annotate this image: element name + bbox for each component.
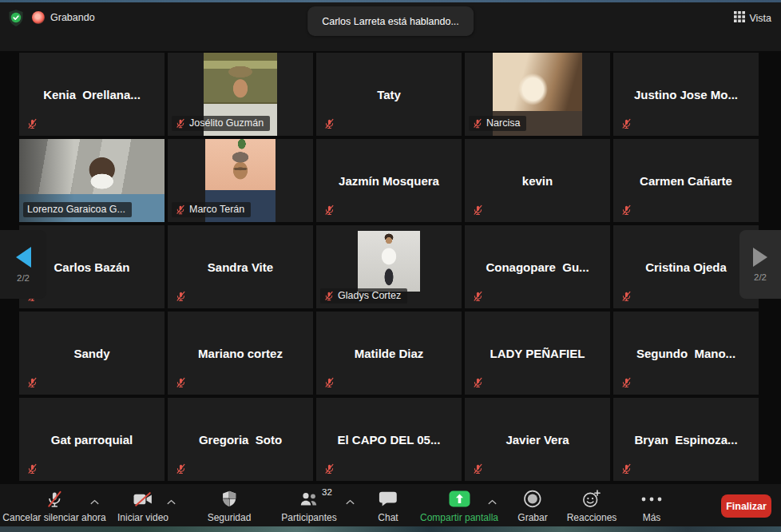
participant-tile[interactable]: Sandra Vite <box>168 225 313 308</box>
participant-tile[interactable]: LADY PEÑAFIEL <box>465 312 610 395</box>
participant-name: Cristina Ojeda <box>613 225 759 308</box>
microphone-muted-icon <box>46 489 62 509</box>
share-options-chevron-icon[interactable] <box>488 499 497 505</box>
participant-tile[interactable]: Javier Vera <box>465 398 610 481</box>
arrow-right-icon <box>753 248 767 267</box>
muted-mic-icon <box>324 118 335 129</box>
participant-tile[interactable]: Taty <box>316 53 462 136</box>
page-indicator: 2/2 <box>754 272 767 282</box>
participants-button[interactable]: 32 Participantes <box>281 489 336 523</box>
muted-mic-icon <box>473 377 483 388</box>
participant-tile[interactable]: kevin <box>465 139 610 222</box>
unmute-button[interactable]: Cancelar silenciar ahora <box>2 489 105 523</box>
participant-name: Jazmín Mosquera <box>316 139 462 222</box>
muted-mic-icon <box>324 204 335 216</box>
participant-name: Marco Terán <box>189 204 244 215</box>
participant-name-label: Gladys Cortez <box>320 288 407 304</box>
muted-mic-icon <box>324 377 335 388</box>
video-options-chevron-icon[interactable] <box>167 499 176 505</box>
participant-name: Justino Jose Mo... <box>613 53 759 136</box>
participant-tile[interactable]: Lorenzo Garaicoa G... <box>19 139 165 222</box>
muted-mic-icon <box>27 463 38 474</box>
recording-indicator: Grabando <box>32 11 95 24</box>
video-feed-gladys <box>358 231 420 292</box>
participants-label: Participantes <box>281 512 336 523</box>
participant-tile[interactable]: Gat parroquial <box>19 398 165 481</box>
muted-mic-icon <box>324 463 335 474</box>
participant-tile[interactable]: Cristina Ojeda <box>613 225 759 308</box>
active-speaker-banner: Carlos Larreta está hablando... <box>307 6 474 36</box>
participant-tile[interactable]: Justino Jose Mo... <box>613 53 759 136</box>
participant-tile[interactable]: Segundo Mano... <box>613 312 759 395</box>
share-screen-label: Compartir pantalla <box>420 512 498 523</box>
participant-name: Kenia Orellana... <box>19 53 165 136</box>
participant-tile[interactable]: Narcisa <box>465 53 610 136</box>
participant-name: Javier Vera <box>465 398 610 481</box>
reactions-label: Reacciones <box>567 512 617 523</box>
participant-name: Sandra Vite <box>168 225 313 308</box>
unmute-label: Cancelar silenciar ahora <box>2 512 105 523</box>
recording-label: Grabando <box>50 12 95 23</box>
participant-tile[interactable]: Sandy <box>19 312 165 395</box>
record-icon <box>523 489 541 509</box>
chat-bubble-icon <box>379 489 397 509</box>
participant-tile[interactable]: Jazmín Mosquera <box>316 139 462 222</box>
recording-dot-icon <box>32 11 45 24</box>
participant-name: Conagopare Gu... <box>465 225 610 308</box>
muted-mic-icon <box>27 377 38 388</box>
participant-name: Gregoria Soto <box>168 398 313 481</box>
start-video-label: Iniciar video <box>117 512 168 523</box>
muted-mic-icon <box>176 291 186 302</box>
participant-name: Taty <box>316 53 462 136</box>
muted-mic-icon <box>473 291 483 302</box>
muted-mic-icon <box>27 118 38 129</box>
participant-tile[interactable]: Marco Terán <box>168 139 313 222</box>
view-button[interactable]: Vista <box>734 11 771 25</box>
more-button[interactable]: Más <box>641 489 662 523</box>
muted-mic-icon <box>176 118 185 129</box>
participant-name: Lorenzo Garaicoa G... <box>27 204 125 215</box>
security-label: Seguridad <box>208 512 252 523</box>
participant-name-label: Lorenzo Garaicoa G... <box>23 202 132 217</box>
record-button[interactable]: Grabar <box>517 489 547 523</box>
next-page-button[interactable]: 2/2 <box>739 230 781 299</box>
share-screen-button[interactable]: Compartir pantalla <box>420 489 498 523</box>
participant-name: El CAPO DEL 05... <box>316 398 462 481</box>
participant-name: Mariano cortez <box>168 312 313 395</box>
participant-name: Gat parroquial <box>19 398 165 481</box>
grid-view-icon <box>734 11 745 25</box>
security-button[interactable]: Seguridad <box>208 489 252 523</box>
participant-tile[interactable]: Gladys Cortez <box>316 225 462 308</box>
participant-tile[interactable]: Carmen Cañarte <box>613 139 759 222</box>
muted-mic-icon <box>621 463 632 474</box>
participant-name: Bryan Espinoza... <box>613 398 759 481</box>
meeting-top-bar: Grabando Carlos Larreta está hablando...… <box>0 2 781 51</box>
participant-tile[interactable]: Bryan Espinoza... <box>613 398 759 481</box>
muted-mic-icon <box>473 463 483 474</box>
end-meeting-button[interactable]: Finalizar <box>721 494 771 518</box>
muted-mic-icon <box>473 118 482 129</box>
participant-name: kevin <box>465 139 610 222</box>
participants-options-chevron-icon[interactable] <box>346 499 355 505</box>
previous-page-button[interactable]: 2/2 <box>0 230 46 299</box>
arrow-left-icon <box>16 247 31 268</box>
more-label: Más <box>643 512 661 523</box>
muted-mic-icon <box>621 204 632 216</box>
muted-mic-icon <box>324 291 334 301</box>
participant-tile[interactable]: Matilde Diaz <box>316 312 462 395</box>
participant-tile[interactable]: Conagopare Gu... <box>465 225 610 308</box>
participant-tile[interactable]: Josélito Guzmán <box>168 53 313 136</box>
participant-name: Gladys Cortez <box>338 290 401 301</box>
muted-mic-icon <box>621 118 632 129</box>
start-video-button[interactable]: Iniciar video <box>117 489 168 523</box>
participant-tile[interactable]: El CAPO DEL 05... <box>316 398 462 481</box>
participant-tile[interactable]: Kenia Orellana... <box>19 53 165 136</box>
chat-button[interactable]: Chat <box>378 489 398 523</box>
muted-mic-icon <box>473 204 483 216</box>
participant-tile[interactable]: Gregoria Soto <box>168 398 313 481</box>
participant-tile[interactable]: Mariano cortez <box>168 312 313 395</box>
participant-name: Narcisa <box>486 117 520 129</box>
view-label: Vista <box>749 13 771 24</box>
mic-options-chevron-icon[interactable] <box>90 499 99 505</box>
reactions-button[interactable]: Reacciones <box>567 489 617 523</box>
